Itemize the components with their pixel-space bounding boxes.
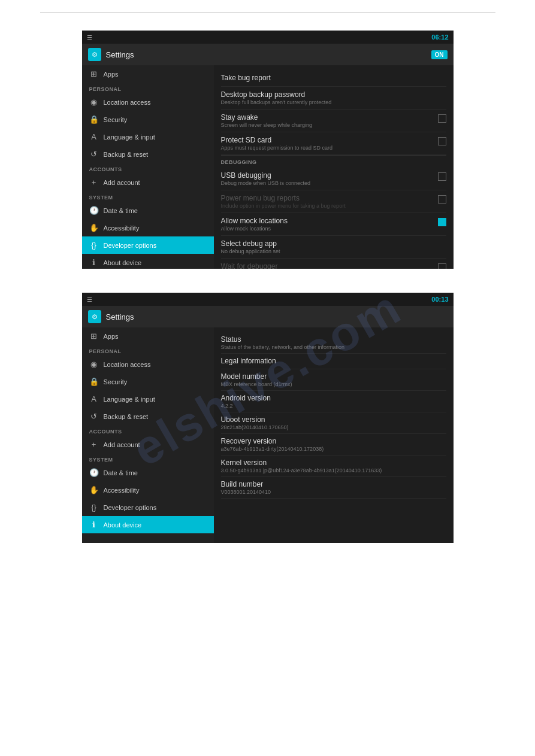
toggle-button-1[interactable]: ON — [431, 50, 448, 59]
sidebar-section-system: SYSTEM — [82, 191, 214, 202]
content-item-sub-power_menu: Include option in power menu for taking … — [221, 203, 433, 209]
sidebar-item-apps[interactable]: ⊞Apps — [82, 65, 214, 83]
sidebar-item-about[interactable]: ℹAbout device — [82, 254, 214, 269]
sidebar-item-security[interactable]: 🔒Security — [82, 373, 214, 390]
backup-icon: ↺ — [89, 412, 99, 421]
content-item-title-power_menu: Power menu bug reports — [221, 194, 433, 202]
sidebar-item-label-security: Security — [104, 378, 128, 385]
content-item-title-wait_debug: Wait for debugger — [221, 262, 433, 269]
sidebar-item-about[interactable]: ℹAbout device — [82, 516, 214, 533]
sidebar-item-label-developer: Developer options — [104, 242, 157, 249]
topbar-left-1: ⚙ Settings — [88, 48, 134, 61]
about-item-legal[interactable]: Legal information — [221, 354, 446, 369]
sidebar-item-label-addaccount: Add account — [104, 441, 140, 448]
sidebar-item-language[interactable]: ALanguage & input — [82, 390, 214, 408]
checkbox-wait_debug[interactable] — [438, 263, 446, 269]
sidebar-item-label-developer: Developer options — [104, 504, 157, 511]
checkbox-protect_sd[interactable] — [438, 137, 446, 145]
sidebar-item-accessibility[interactable]: ✋Accessibility — [82, 219, 214, 236]
gear-icon-1: ⚙ — [92, 51, 98, 59]
sidebar-item-label-security: Security — [104, 116, 128, 123]
status-bar-1: ☰ 06:12 — [82, 31, 454, 44]
checkbox-stay_awake[interactable] — [438, 114, 446, 123]
about-value-recovery: a3e76ab-4b913a1-dirty(20140410.172038) — [221, 446, 446, 452]
content-item-sub-stay_awake: Screen will never sleep while charging — [221, 122, 433, 128]
content-panel-2: StatusStatus of the battery, network, an… — [214, 327, 454, 543]
content-item-title-usb_debug: USB debugging — [221, 171, 433, 180]
sidebar-item-accessibility[interactable]: ✋Accessibility — [82, 481, 214, 499]
backup-icon: ↺ — [89, 150, 99, 159]
android-ui-1: ☰ 06:12 ⚙ Settings ON ⊞AppsPERSONAL◉Loca — [82, 31, 454, 269]
about-item-android_ver[interactable]: Android version4.2.2 — [221, 391, 446, 412]
sidebar-item-location[interactable]: ◉Location access — [82, 356, 214, 373]
apps-icon: ⊞ — [89, 69, 99, 78]
content-item-wait_debug[interactable]: Wait for debuggerDebugged application wa… — [221, 259, 446, 269]
sidebar-item-label-datetime: Date & time — [104, 469, 138, 476]
content-item-title-mock_loc: Allow mock locations — [221, 217, 433, 225]
language-icon: A — [89, 132, 99, 141]
content-item-power_menu[interactable]: Power menu bug reportsInclude option in … — [221, 190, 446, 213]
about-item-recovery[interactable]: Recovery versiona3e76ab-4b913a1-dirty(20… — [221, 434, 446, 456]
checkbox-power_menu[interactable] — [438, 195, 446, 204]
content-item-bugreport: Take bug report — [221, 70, 446, 87]
sidebar-item-addaccount[interactable]: +Add account — [82, 436, 214, 453]
screenshot-1: ☰ 06:12 ⚙ Settings ON ⊞AppsPERSONAL◉Loca — [82, 31, 454, 269]
topbar-left-2: ⚙ Settings — [88, 310, 134, 323]
about-value-android_ver: 4.2.2 — [221, 403, 446, 409]
sidebar-item-location[interactable]: ◉Location access — [82, 93, 214, 111]
security-icon: 🔒 — [89, 377, 99, 386]
about-item-model[interactable]: Model numberMBX reference board (d1rmx) — [221, 369, 446, 391]
sidebar-item-datetime[interactable]: 🕐Date & time — [82, 464, 214, 481]
checkbox-mock_loc[interactable] — [438, 218, 446, 226]
about-value-status: Status of the battery, network, and othe… — [221, 344, 446, 350]
sidebar-section-system: SYSTEM — [82, 453, 214, 464]
sidebar-item-backup[interactable]: ↺Backup & reset — [82, 408, 214, 425]
about-title-status: Status — [221, 335, 446, 344]
addaccount-icon: + — [89, 178, 99, 187]
sidebar-item-label-location: Location access — [104, 361, 151, 368]
checkbox-usb_debug[interactable] — [438, 172, 446, 181]
top-divider — [40, 12, 495, 13]
sidebar-item-apps[interactable]: ⊞Apps — [82, 327, 214, 345]
status-bar-2: ☰ 00:13 — [82, 293, 454, 306]
sidebar-item-label-backup: Backup & reset — [104, 151, 149, 158]
about-title-build: Build number — [221, 480, 446, 488]
sidebar-item-developer[interactable]: {}Developer options — [82, 236, 214, 254]
content-item-stay_awake[interactable]: Stay awakeScreen will never sleep while … — [221, 110, 446, 132]
about-item-kernel[interactable]: Kernel version3.0.50-g4b913a1 jp@ubf124-… — [221, 456, 446, 477]
apps-icon: ⊞ — [89, 332, 99, 341]
content-item-sub-desktop_backup: Desktop full backups aren't currently pr… — [221, 99, 446, 105]
content-item-usb_debug[interactable]: USB debuggingDebug mode when USB is conn… — [221, 168, 446, 190]
about-icon: ℹ — [89, 258, 99, 267]
sidebar-item-developer[interactable]: {}Developer options — [82, 499, 214, 516]
addaccount-icon: + — [89, 440, 99, 449]
about-item-uboot[interactable]: Uboot version28c21ab(20140410.170650) — [221, 412, 446, 434]
language-icon: A — [89, 394, 99, 403]
about-icon: ℹ — [89, 520, 99, 529]
content-item-mock_loc[interactable]: Allow mock locationsAllow mock locations — [221, 213, 446, 236]
sidebar-item-addaccount[interactable]: +Add account — [82, 174, 214, 191]
sidebar-item-language[interactable]: ALanguage & input — [82, 128, 214, 145]
about-item-build[interactable]: Build numberV0038001.20140410 — [221, 477, 446, 499]
sidebar-item-label-language: Language & input — [104, 133, 155, 141]
sidebar-section-personal: PERSONAL — [82, 83, 214, 93]
sidebar-section-accounts: ACCOUNTS — [82, 163, 214, 174]
sidebar-1: ⊞AppsPERSONAL◉Location access🔒SecurityAL… — [82, 65, 214, 269]
content-item-title-select_debug: Select debug app — [221, 239, 446, 248]
about-title-kernel: Kernel version — [221, 459, 446, 467]
content-item-title-bugreport: Take bug report — [221, 74, 446, 82]
content-item-text-desktop_backup: Desktop backup passwordDesktop full back… — [221, 90, 446, 105]
about-value-kernel: 3.0.50-g4b913a1 jp@ubf124-a3e78ab-4b913a… — [221, 467, 446, 473]
settings-icon-box-1: ⚙ — [88, 48, 101, 61]
content-item-text-stay_awake: Stay awakeScreen will never sleep while … — [221, 113, 433, 128]
content-item-sub-select_debug: No debug application set — [221, 248, 446, 254]
about-item-status[interactable]: StatusStatus of the battery, network, an… — [221, 332, 446, 354]
content-item-protect_sd[interactable]: Protect SD cardApps must request permiss… — [221, 132, 446, 155]
settings-title-1: Settings — [106, 50, 134, 59]
sidebar-item-security[interactable]: 🔒Security — [82, 111, 214, 128]
sidebar-item-datetime[interactable]: 🕐Date & time — [82, 202, 214, 219]
content-item-text-select_debug: Select debug appNo debug application set — [221, 239, 446, 254]
sidebar-item-backup[interactable]: ↺Backup & reset — [82, 145, 214, 163]
location-icon: ◉ — [89, 98, 99, 107]
android-ui-2: ☰ 00:13 ⚙ Settings ⊞AppsPERSONAL◉Locatio… — [82, 293, 454, 543]
